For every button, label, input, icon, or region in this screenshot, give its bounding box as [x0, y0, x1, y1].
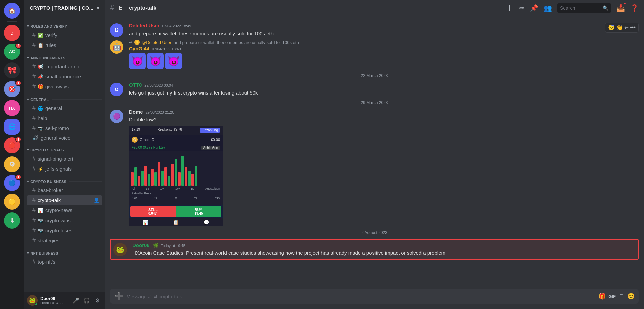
server-ac[interactable]: AC 2 [4, 44, 20, 60]
server-hx[interactable]: HX [4, 100, 20, 116]
chart-icon: 📊 [38, 208, 43, 213]
channel-help[interactable]: # help [27, 113, 102, 123]
general-icon: 🌐 [38, 106, 43, 111]
category-general: ▾ GENERAL [24, 92, 105, 103]
input-right-buttons: 🎁 GIF 🗒 😊 [598, 293, 635, 300]
channel-strategies[interactable]: # strategies [27, 236, 102, 245]
server-yellow[interactable]: 🟡 [4, 194, 20, 210]
mic-button[interactable]: 🎤 [71, 296, 81, 305]
hash-icon: # [32, 197, 36, 204]
chart-balance: Realkonto €2.78 [157, 128, 182, 133]
close-btn[interactable]: Schließen [201, 146, 220, 150]
message-group-highlighted: 🐸 Door06 🌿 Today at 19:45 HXAcoin Case S… [110, 239, 639, 260]
edit-button[interactable]: ✏ [519, 4, 525, 12]
rules-icon: 📋 [38, 43, 43, 48]
nav-icon2: 📋 [173, 220, 179, 225]
gif-button[interactable]: GIF [608, 294, 616, 299]
server-active[interactable]: 🌐 [4, 119, 20, 135]
channel-self-promo[interactable]: # 📷 self-promo [27, 123, 102, 133]
server-badge4: 1 [15, 174, 21, 180]
chart-nav: 📊 📋 💬 [129, 218, 223, 226]
message-author: OTT0 [129, 82, 142, 88]
message-text: lets go I just got my first crypto wins … [129, 89, 639, 96]
server-header[interactable]: CRYPTO | TRADING | CO... ▾ [24, 0, 105, 16]
pin-button[interactable]: 📌 [530, 4, 538, 12]
anno-icon: 📢 [38, 64, 43, 69]
wins-icon: 📷 [38, 218, 43, 223]
channel-crypto-wins[interactable]: # 📷 crypto-wins [27, 215, 102, 225]
hash-icon: # [32, 187, 36, 194]
candle [175, 159, 177, 186]
channel-crypto-talk[interactable]: # crypto-talk 👤 [27, 195, 102, 205]
headphone-button[interactable]: 🎧 [82, 296, 91, 305]
server-discord[interactable]: D [4, 25, 20, 41]
category-rules: ▾ RULES AND VERIFY [24, 19, 105, 30]
server-home[interactable]: 🏠 [4, 3, 20, 19]
speaker-icon: 🔊 [32, 135, 39, 141]
channel-crypto-loses[interactable]: # 📷 crypto-loses [27, 226, 102, 235]
help-button[interactable]: ❓ [630, 4, 639, 12]
gift-icon: 🎁 [38, 84, 43, 89]
channel-best-broker[interactable]: # best-broker [27, 185, 102, 195]
server-badge: 2 [15, 43, 21, 49]
message-timestamp: Today at 19:45 [161, 244, 185, 248]
search-input[interactable] [560, 5, 601, 11]
buy-button[interactable]: BUY 19.45 [176, 206, 221, 217]
members-button[interactable]: 👥 [544, 4, 552, 12]
server-gear[interactable]: ⚙ [4, 156, 20, 172]
inbox-button[interactable]: 📥 [616, 4, 625, 12]
chart-deposit-btn[interactable]: Einzahlung [200, 128, 220, 133]
message-text-input[interactable] [126, 294, 596, 299]
add-attachment-button[interactable]: ➕ [114, 292, 123, 301]
emoji-button[interactable]: 😊 [627, 293, 635, 300]
reply-reaction[interactable]: ↩ [624, 24, 629, 31]
candle [151, 169, 154, 186]
server-download[interactable]: ⬇ [4, 212, 20, 229]
emoji3: 😈 [165, 53, 182, 69]
candle [168, 176, 170, 186]
sticker-button[interactable]: 🗒 [618, 293, 625, 300]
chevron-icon: ▾ [27, 56, 29, 60]
add-channel-button[interactable] [505, 4, 513, 12]
sleep-reaction[interactable]: 😴 [608, 24, 615, 31]
sell-button[interactable]: SELL 0.047 [130, 206, 176, 217]
gift-button[interactable]: 🎁 [598, 293, 606, 300]
server-trading[interactable]: 🎯 1 [4, 81, 20, 97]
channel-verify[interactable]: # ✅ verify [27, 30, 102, 40]
channel-rules[interactable]: # 📋 rules [27, 40, 102, 50]
search-bar[interactable]: 🔍 [557, 3, 611, 13]
channel-important-anno[interactable]: # 📢 important-anno... [27, 62, 102, 71]
channel-general-voice[interactable]: 🔊 general voice [27, 133, 102, 142]
channel-crypto-news[interactable]: # 📊 crypto-news [27, 205, 102, 215]
hash-icon: # [32, 217, 36, 224]
more-reaction[interactable]: ••• [630, 24, 636, 31]
channel-giveaways[interactable]: # 🎁 giveaways [27, 82, 102, 91]
category-announcements: ▾ ANNOUNCEMENTS [24, 50, 105, 61]
channel-signal-ping[interactable]: # signal-ping-alert [27, 154, 102, 164]
wave-reaction[interactable]: 👋 [616, 24, 623, 31]
message-author: Door06 [132, 242, 150, 248]
server-blue[interactable]: 🔵 1 [4, 175, 20, 191]
settings-button[interactable]: ⚙ [93, 296, 102, 305]
chart-candles-area: All1Y1M1W1DAussteigen Aktueller Preis −1… [129, 151, 223, 205]
buy-sell-bar: SELL 0.047 BUY 19.45 [130, 206, 221, 217]
message-group: 🤖 ↩ 😊 @Deleted User and prepare ur walle… [105, 38, 644, 71]
date-divider-mar29: 29 March 2023 [105, 98, 644, 108]
channel-general[interactable]: # 🌐 general [27, 103, 102, 113]
candle [138, 176, 140, 186]
date-divider-text: 2 August 2023 [361, 230, 387, 235]
hash-icon: # [32, 165, 36, 172]
candle [161, 171, 164, 186]
channel-jeffs-signals[interactable]: # ⚡ jeffs-signals [27, 164, 102, 174]
avatar: 🤖 [110, 40, 123, 54]
hash-icon: # [32, 42, 36, 49]
channel-header: # 🖥 crypto-talk ✏ 📌 👥 🔍 📥 ❓ [105, 0, 644, 16]
channel-small-announce[interactable]: # 📣 small-announce... [27, 72, 102, 81]
candle [185, 167, 187, 186]
server-bow[interactable]: 🎀 [4, 62, 20, 78]
server-red[interactable]: 🔴 1 [4, 137, 20, 153]
search-icon: 🔍 [603, 5, 608, 11]
chevron-icon: ▾ [27, 251, 29, 255]
channel-top-nfts[interactable]: # top-nft's [27, 257, 102, 267]
message-group: O OTT0 22/03/2023 00:04 lets go I just g… [105, 81, 644, 98]
